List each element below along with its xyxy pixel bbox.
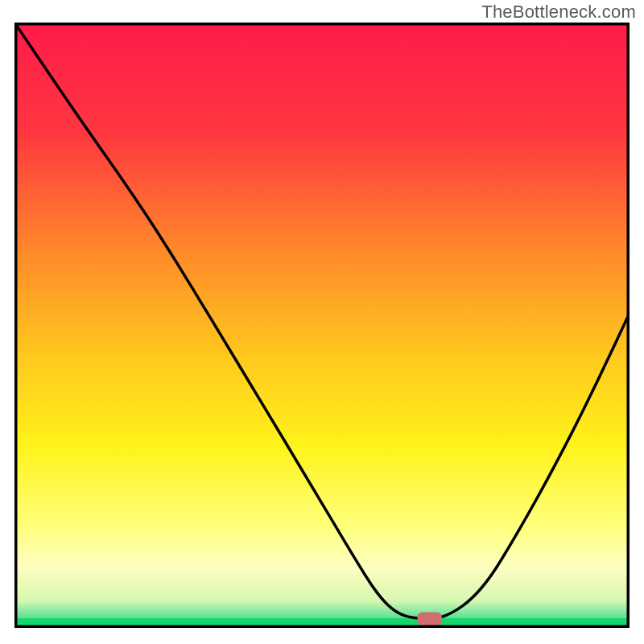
plot-svg [14,23,630,628]
optimal-marker [417,612,442,625]
plot-background [14,23,630,628]
watermark-text: TheBottleneck.com [481,2,636,23]
chart-container: TheBottleneck.com [0,0,644,644]
plot-frame [14,23,630,628]
